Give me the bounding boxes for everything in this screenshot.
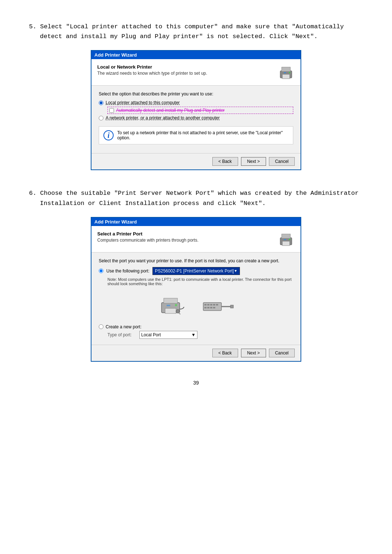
- step6-wizard-header: Select a Printer Port Computers communic…: [91, 226, 301, 253]
- step6-create-port-radio[interactable]: [99, 324, 103, 329]
- step6-create-port-option[interactable]: Create a new port:: [99, 324, 293, 329]
- step5-network-printer-option[interactable]: A network printer, or a printer attached…: [99, 115, 293, 120]
- step6-use-port-label: Use the following port:: [106, 268, 150, 274]
- step5-header-title: Local or Network Printer: [97, 64, 207, 70]
- step6-cable-image: [201, 297, 234, 315]
- step6-cancel-button[interactable]: Cancel: [269, 349, 295, 357]
- step5-wizard-window: Add Printer Wizard Local or Network Prin…: [91, 50, 301, 170]
- step5-network-printer-radio[interactable]: [99, 116, 103, 120]
- step6-wizard-content: Select the port you want your printer to…: [91, 253, 301, 345]
- step6-wizard-titlebar: Add Printer Wizard: [91, 218, 301, 226]
- svg-rect-11: [164, 298, 177, 303]
- step6-instruction: 6. Choose the suitable "Print Server Net…: [29, 188, 363, 208]
- svg-rect-3: [284, 72, 286, 73]
- step5-local-printer-label: Local printer attached to this computer: [106, 100, 180, 105]
- page-number: 39: [193, 380, 199, 386]
- svg-rect-21: [216, 304, 218, 305]
- page-number-container: 39: [29, 380, 363, 386]
- step5-header-subtitle: The wizard needs to know which type of p…: [97, 71, 207, 76]
- step6-wizard-window: Add Printer Wizard Select a Printer Port…: [91, 217, 301, 362]
- step6-printer-wizard-icon: [277, 231, 295, 249]
- step5-printer-wizard-icon: [277, 64, 295, 82]
- step6-port-dropdown[interactable]: PS256002-P1 [PrintServer Network Port] ▼: [152, 267, 240, 275]
- step6-use-port-row: Use the following port: PS256002-P1 [Pri…: [99, 267, 293, 275]
- svg-rect-27: [230, 305, 233, 308]
- svg-rect-25: [213, 307, 215, 308]
- svg-point-9: [289, 239, 290, 240]
- step6-create-port-row: Create a new port: Type of port: Local P…: [99, 324, 293, 339]
- svg-rect-13: [167, 305, 170, 306]
- svg-rect-17: [204, 304, 207, 305]
- step6-header-title: Select a Printer Port: [97, 231, 199, 237]
- step5-auto-detect-label: Automatically detect and install my Plug…: [116, 108, 225, 113]
- svg-rect-18: [207, 304, 209, 305]
- step5-cancel-button[interactable]: Cancel: [269, 157, 295, 166]
- svg-rect-1: [282, 67, 290, 71]
- step5-back-button[interactable]: < Back: [212, 157, 238, 166]
- step5-local-printer-option[interactable]: Local printer attached to this computer: [99, 100, 293, 105]
- step6-port-dropdown-arrow: ▼: [234, 269, 237, 273]
- step6-wizard-title: Add Printer Wizard: [94, 219, 137, 225]
- step5-header-text: Local or Network Printer The wizard need…: [97, 64, 207, 76]
- step6-wizard-footer: < Back Next > Cancel: [91, 345, 301, 361]
- step6-back-button[interactable]: < Back: [212, 349, 238, 357]
- step6-create-port-label: Create a new port:: [106, 324, 142, 329]
- step5-next-button[interactable]: Next >: [241, 157, 266, 166]
- step6-wizard-body: Select a Printer Port Computers communic…: [91, 226, 301, 361]
- svg-rect-16: [203, 303, 221, 311]
- svg-rect-8: [284, 239, 286, 240]
- step6-note-text: Note: Most computers use the LPT1: port …: [107, 277, 293, 286]
- svg-point-4: [289, 72, 290, 73]
- step6-create-port-dropdown-row: Type of port: Local Port ▼: [107, 331, 293, 339]
- svg-rect-23: [207, 307, 209, 308]
- svg-rect-20: [213, 304, 215, 305]
- step5-content-label: Select the option that describes the pri…: [99, 91, 293, 97]
- step6-type-label: Type of port:: [107, 332, 136, 337]
- step5-wizard-title: Add Printer Wizard: [94, 52, 137, 58]
- step6-printer-images: [99, 290, 293, 321]
- step5-info-text: To set up a network printer that is not …: [117, 130, 289, 140]
- svg-rect-6: [282, 234, 290, 238]
- step6-port-value: PS256002-P1 [PrintServer Network Port]: [155, 268, 234, 274]
- step5-instruction: 5. Select "Local printer attached to thi…: [29, 22, 363, 41]
- step5-wizard-content: Select the option that describes the pri…: [91, 86, 301, 153]
- svg-rect-12: [165, 308, 176, 313]
- step6-type-dropdown[interactable]: Local Port ▼: [139, 331, 197, 339]
- step5-wizard-body: Local or Network Printer The wizard need…: [91, 59, 301, 169]
- step6-use-port-radio[interactable]: [99, 268, 103, 273]
- step5-auto-detect-checkbox[interactable]: [109, 108, 114, 113]
- step6-header-text: Select a Printer Port Computers communic…: [97, 231, 199, 243]
- step6-content-label: Select the port you want your printer to…: [99, 258, 293, 263]
- step6-header-subtitle: Computers communicate with printers thro…: [97, 238, 199, 243]
- svg-point-14: [175, 304, 177, 306]
- step5-wizard-titlebar: Add Printer Wizard: [91, 51, 301, 59]
- step5-auto-detect-option[interactable]: Automatically detect and install my Plug…: [107, 107, 293, 114]
- step5-info-box: i To set up a network printer that is no…: [99, 126, 293, 144]
- step6-type-dropdown-arrow: ▼: [191, 332, 196, 337]
- step6-next-button[interactable]: Next >: [241, 349, 266, 357]
- step5-wizard-footer: < Back Next > Cancel: [91, 153, 301, 169]
- svg-rect-24: [210, 307, 212, 308]
- svg-rect-2: [282, 74, 290, 79]
- svg-rect-7: [282, 241, 290, 246]
- svg-rect-19: [210, 304, 212, 305]
- step5-local-printer-radio[interactable]: [99, 100, 103, 105]
- step6-type-value: Local Port: [141, 332, 161, 337]
- step5-wizard-header: Local or Network Printer The wizard need…: [91, 59, 301, 86]
- step5-network-printer-label: A network printer, or a printer attached…: [106, 115, 220, 120]
- step6-printer-image: [158, 295, 187, 317]
- svg-rect-22: [204, 307, 207, 308]
- step5-info-icon: i: [103, 130, 114, 140]
